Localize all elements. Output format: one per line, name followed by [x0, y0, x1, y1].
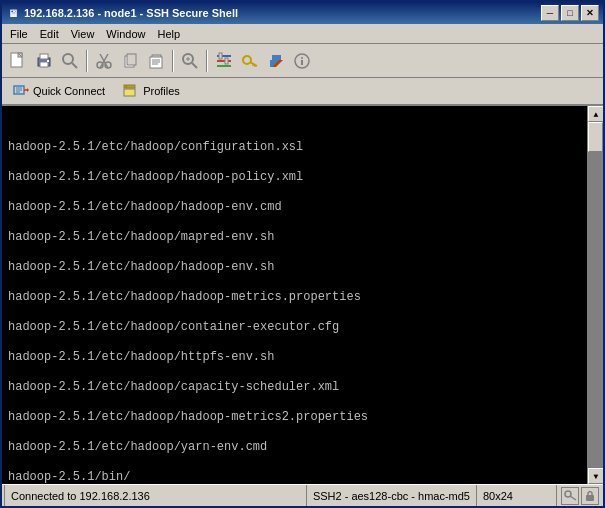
svg-line-13	[104, 54, 108, 61]
quickconnect-bar: Quick Connect Profiles	[2, 78, 603, 106]
svg-point-40	[301, 57, 303, 59]
menu-edit[interactable]: Edit	[34, 26, 65, 42]
status-bar: Connected to 192.168.2.136 SSH2 - aes128…	[2, 484, 603, 506]
copy-button[interactable]	[118, 49, 142, 73]
profiles-label: Profiles	[143, 85, 180, 97]
toolbar	[2, 44, 603, 78]
scroll-track[interactable]	[588, 122, 603, 468]
terminal-line: hadoop-2.5.1/etc/hadoop/hadoop-policy.xm…	[8, 170, 581, 185]
title-bar-left: 🖥 192.168.2.136 - node1 - SSH Secure She…	[6, 6, 238, 20]
separator-2	[172, 50, 174, 72]
svg-rect-16	[127, 54, 136, 65]
quick-connect-button[interactable]: Quick Connect	[6, 80, 112, 102]
main-window: 🖥 192.168.2.136 - node1 - SSH Secure She…	[0, 0, 605, 508]
quick-connect-label: Quick Connect	[33, 85, 105, 97]
svg-rect-27	[217, 60, 231, 62]
menu-view[interactable]: View	[65, 26, 101, 42]
app-icon: 🖥	[6, 6, 20, 20]
print-button[interactable]	[32, 49, 56, 73]
paste-button[interactable]	[144, 49, 168, 73]
svg-point-7	[63, 54, 73, 64]
svg-rect-49	[125, 85, 127, 88]
menu-window[interactable]: Window	[100, 26, 151, 42]
svg-rect-29	[219, 53, 222, 59]
terminal-line: hadoop-2.5.1/etc/hadoop/hadoop-env.cmd	[8, 200, 581, 215]
dimensions-status: 80x24	[477, 485, 557, 506]
window-title: 192.168.2.136 - node1 - SSH Secure Shell	[24, 7, 238, 19]
terminal-line: hadoop-2.5.1/etc/hadoop/mapred-env.sh	[8, 230, 581, 245]
encryption-status: SSH2 - aes128-cbc - hmac-md5	[307, 485, 477, 506]
svg-line-8	[72, 63, 77, 68]
svg-rect-4	[40, 54, 48, 59]
settings-button[interactable]	[212, 49, 236, 73]
menu-file[interactable]: File	[4, 26, 34, 42]
terminal[interactable]: hadoop-2.5.1/etc/hadoop/configuration.xs…	[2, 106, 587, 484]
terminal-line: hadoop-2.5.1/bin/	[8, 470, 581, 484]
terminal-line: hadoop-2.5.1/etc/hadoop/container-execut…	[8, 320, 581, 335]
cut-button[interactable]	[92, 49, 116, 73]
terminal-line: hadoop-2.5.1/etc/hadoop/hadoop-metrics.p…	[8, 290, 581, 305]
scroll-up-button[interactable]: ▲	[588, 106, 603, 122]
lock-status-icon[interactable]	[581, 487, 599, 505]
key-status-icon[interactable]	[561, 487, 579, 505]
terminal-line: hadoop-2.5.1/etc/hadoop/capacity-schedul…	[8, 380, 581, 395]
new-button[interactable]	[6, 49, 30, 73]
connection-status: Connected to 192.168.2.136	[4, 485, 307, 506]
find-button[interactable]	[58, 49, 82, 73]
profiles-icon	[123, 83, 139, 99]
separator-1	[86, 50, 88, 72]
title-bar: 🖥 192.168.2.136 - node1 - SSH Secure She…	[2, 2, 603, 24]
status-icons	[557, 487, 603, 505]
terminal-line: hadoop-2.5.1/etc/hadoop/hadoop-env.sh	[8, 260, 581, 275]
maximize-button[interactable]: □	[561, 5, 579, 21]
svg-line-52	[570, 496, 576, 500]
scroll-thumb[interactable]	[588, 122, 603, 152]
minimize-button[interactable]: ─	[541, 5, 559, 21]
svg-rect-5	[40, 62, 48, 67]
svg-rect-53	[586, 495, 594, 501]
terminal-line: hadoop-2.5.1/etc/hadoop/configuration.xs…	[8, 140, 581, 155]
svg-rect-50	[124, 89, 135, 96]
svg-rect-30	[225, 58, 228, 64]
svg-line-23	[192, 63, 197, 68]
search-button[interactable]	[178, 49, 202, 73]
menu-help[interactable]: Help	[151, 26, 186, 42]
scrollbar[interactable]: ▲ ▼	[587, 106, 603, 484]
title-bar-controls: ─ □ ✕	[541, 5, 599, 21]
quick-connect-icon	[13, 83, 29, 99]
scroll-down-button[interactable]: ▼	[588, 468, 603, 484]
key-button[interactable]	[238, 49, 262, 73]
terminal-line: hadoop-2.5.1/etc/hadoop/httpfs-env.sh	[8, 350, 581, 365]
svg-rect-6	[47, 60, 49, 62]
svg-marker-47	[27, 88, 29, 92]
separator-3	[206, 50, 208, 72]
close-button[interactable]: ✕	[581, 5, 599, 21]
help-button[interactable]	[264, 49, 288, 73]
profiles-button[interactable]: Profiles	[116, 80, 187, 102]
info-button[interactable]	[290, 49, 314, 73]
terminal-line: hadoop-2.5.1/etc/hadoop/yarn-env.cmd	[8, 440, 581, 455]
svg-line-14	[100, 54, 104, 61]
terminal-area: hadoop-2.5.1/etc/hadoop/configuration.xs…	[2, 106, 603, 484]
menu-bar: File Edit View Window Help	[2, 24, 603, 44]
svg-rect-28	[217, 65, 231, 67]
terminal-line: hadoop-2.5.1/etc/hadoop/hadoop-metrics2.…	[8, 410, 581, 425]
